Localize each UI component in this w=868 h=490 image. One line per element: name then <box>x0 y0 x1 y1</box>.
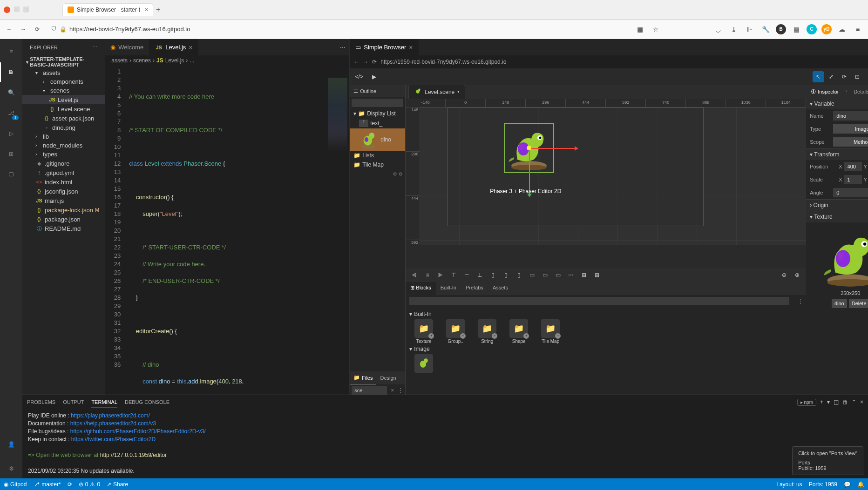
dino-sprite-selection[interactable] <box>504 123 554 173</box>
border-center-icon[interactable]: ▯ <box>501 270 511 280</box>
window-minimize-button[interactable]: − <box>14 7 20 12</box>
scene-tab-level[interactable]: Level.scene • <box>408 85 465 99</box>
texture-delete-button[interactable]: Delete <box>849 299 868 308</box>
tb-origin-tool[interactable]: ⊡ <box>852 71 863 82</box>
window-close-button[interactable] <box>4 7 10 13</box>
blocks-tab-blocks[interactable]: ⊞ Blocks <box>406 282 435 295</box>
clear-search-icon[interactable]: × <box>389 387 396 394</box>
file-gitpod-yml[interactable]: !.gitpod.yml <box>22 168 105 177</box>
align-more-icon[interactable]: ⋯ <box>566 270 576 280</box>
ports-toast[interactable]: Click to open "Ports View" Ports Public:… <box>792 446 863 475</box>
breadcrumb[interactable]: assets › scenes › JS Level.js › ... <box>105 55 349 66</box>
tb-phaser-icon[interactable]: </> <box>353 71 365 82</box>
activity-remote[interactable]: 🖵 <box>0 165 22 184</box>
tb-rotate-tool[interactable]: ⟳ <box>839 71 850 82</box>
close-tab-icon[interactable]: × <box>409 44 413 51</box>
search-more-icon[interactable]: ⋮ <box>396 387 405 394</box>
border-top-icon[interactable]: ▭ <box>527 270 537 280</box>
tab-welcome[interactable]: ◉ Welcome <box>105 39 149 55</box>
ext-icon-c[interactable]: C <box>807 24 817 34</box>
scale-x-input[interactable] <box>844 175 862 184</box>
term-trash-icon[interactable]: 🗑 <box>842 399 848 405</box>
browser-tab-active[interactable]: Simple Browser - starter-t × <box>62 3 153 16</box>
name-input[interactable] <box>833 111 868 121</box>
term-dropdown-icon[interactable]: ▾ <box>827 399 830 405</box>
close-tab-icon[interactable]: × <box>145 7 148 13</box>
folder-lib[interactable]: ›lib <box>22 132 105 141</box>
align-right-icon[interactable]: ⫸ <box>435 270 446 280</box>
block-string[interactable]: 📁+String <box>473 319 502 344</box>
block-shape[interactable]: 📁+Shape <box>504 319 533 344</box>
angle-input[interactable] <box>833 188 868 197</box>
sb-back-button[interactable]: ← <box>353 59 359 65</box>
block-group[interactable]: 📁+Group.. <box>441 319 470 344</box>
blocks-section-image[interactable]: ▾ Image <box>409 344 802 354</box>
files-tab[interactable]: 📁 Files <box>350 371 376 384</box>
file-level-scene[interactable]: {}Level.scene <box>22 104 105 114</box>
blocks-search-more-icon[interactable]: ⋮ <box>795 298 806 304</box>
activity-menu[interactable]: ≡ <box>0 42 22 61</box>
devtools-icon[interactable]: 🔧 <box>760 24 771 35</box>
folder-types[interactable]: ›types <box>22 150 105 159</box>
texture-image[interactable] <box>820 227 868 288</box>
section-texture[interactable]: ▾ Texture⋮ <box>806 211 868 222</box>
grid-3-icon[interactable]: ⊞ <box>579 270 589 280</box>
term-close-icon[interactable]: × <box>860 399 863 405</box>
design-tab[interactable]: Design <box>376 371 400 384</box>
sb-branch[interactable]: ⎇ master* <box>33 481 61 488</box>
gizmo-y-axis[interactable] <box>529 148 530 195</box>
hamburger-menu-icon[interactable]: ≡ <box>852 24 863 35</box>
url-input[interactable]: ⛉ 🔒 https://red-bovid-7ny9dy67.ws-eu16.g… <box>47 24 630 34</box>
activity-source-control[interactable]: ⎇1 <box>0 103 22 123</box>
pocket-icon[interactable]: ◡ <box>712 24 724 35</box>
file-package-json[interactable]: {}package.json <box>22 215 105 224</box>
term-tab-problems[interactable]: Problems <box>27 396 55 408</box>
align-middle-icon[interactable]: ⊢ <box>461 270 472 280</box>
outline-dino-item[interactable]: dino <box>350 128 405 151</box>
section-transform[interactable]: ▾ Transform⋮ <box>806 149 868 160</box>
outline-display-list[interactable]: ▾📁Display List <box>350 109 405 118</box>
scene-text-object[interactable]: Phaser 3 + Phaser Editor 2D <box>490 188 561 195</box>
blocks-tab-assets[interactable]: Assets <box>488 282 513 295</box>
folder-assets[interactable]: ▾assets <box>22 68 105 77</box>
expand-icon[interactable]: ⊕ <box>393 171 397 176</box>
term-split-icon[interactable]: ◫ <box>834 399 839 405</box>
sb-feedback-icon[interactable]: 💬 <box>844 481 851 488</box>
sb-sync[interactable]: ⟳ <box>68 481 72 488</box>
blocks-section-builtin[interactable]: ▾ Built-In <box>409 309 802 319</box>
sb-errors[interactable]: ⊘ 0 ⚠ 0 <box>79 481 100 488</box>
files-search-input[interactable] <box>352 386 387 395</box>
file-jsconfig[interactable]: {}jsconfig.json <box>22 187 105 196</box>
file-dino-png[interactable]: ▫dino.png <box>22 123 105 132</box>
tb-scale-tool[interactable]: ⤢ <box>826 71 837 82</box>
activity-account[interactable]: 👤 <box>0 435 22 454</box>
canvas-grid[interactable]: Phaser 3 + Phaser Editor 2D <box>420 107 806 245</box>
gizmo-x-axis[interactable] <box>529 148 576 149</box>
texture-name-button[interactable]: dino <box>832 299 847 308</box>
apps-icon[interactable]: ▦ <box>634 24 645 35</box>
project-root[interactable]: ▾ STARTER-TEMPLATE-BASIC-JAVASCRIPT <box>22 55 105 68</box>
tab-simple-browser[interactable]: ▭ Simple Browser × <box>350 39 419 55</box>
nav-back-button[interactable]: ← <box>5 25 14 34</box>
sb-bell-icon[interactable]: 🔔 <box>857 481 864 488</box>
scene-canvas[interactable]: -148 0 148 296 444 592 740 888 1036 <box>406 99 806 268</box>
zoom-out-icon[interactable]: ⊖ <box>779 270 789 280</box>
block-tilemap[interactable]: 📁+Tile Map <box>536 319 565 344</box>
outline-tilemap[interactable]: 📁Tile Map <box>350 160 405 169</box>
outline-lists[interactable]: 📁Lists <box>350 151 405 160</box>
sb-share[interactable]: ↗ Share <box>107 481 128 488</box>
activity-extensions[interactable]: ⊞ <box>0 144 22 164</box>
downloads-icon[interactable]: ⤓ <box>728 24 739 35</box>
sb-url[interactable]: https://1959-red-bovid-7ny9dy67.ws-eu16.… <box>380 59 868 65</box>
block-dino-image[interactable] <box>409 354 438 373</box>
term-tab-debug[interactable]: Debug Console <box>125 396 170 408</box>
border-bottom-icon[interactable]: ▭ <box>553 270 563 280</box>
type-button[interactable]: Image <box>833 124 868 134</box>
collapse-icon[interactable]: ⊖ <box>399 171 402 176</box>
pos-x-input[interactable] <box>844 162 862 171</box>
inspector-tab[interactable]: 🛈 Inspector <box>806 85 843 98</box>
close-tab-icon[interactable]: × <box>189 44 192 51</box>
align-bottom-icon[interactable]: ⊥ <box>475 270 485 280</box>
file-level-js[interactable]: JSLevel.js <box>22 95 105 104</box>
file-package-lock[interactable]: {}package-lock.jsonM <box>22 205 105 215</box>
